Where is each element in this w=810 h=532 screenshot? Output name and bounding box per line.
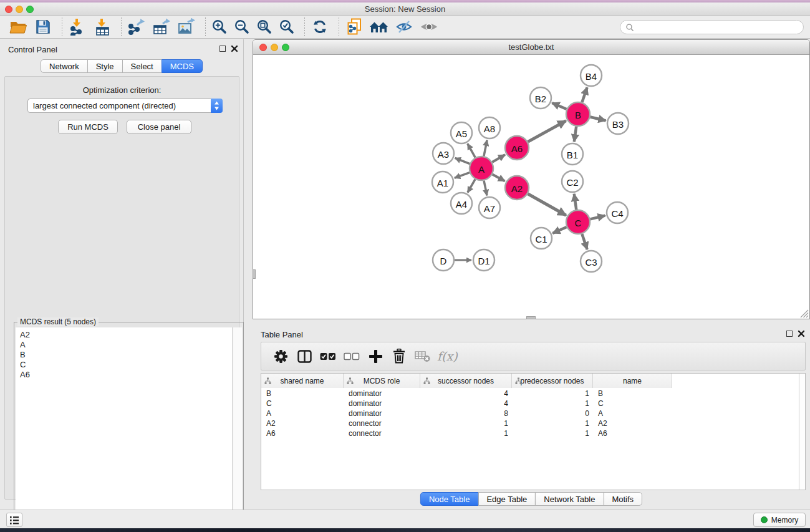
add-column-icon[interactable] (364, 346, 387, 367)
network-canvas[interactable]: B4B2BB3A8A5A6A3B1AA1C2A2A4A7C4CC1C3DD1 (253, 55, 809, 319)
result-list-scrollbar[interactable] (233, 327, 242, 531)
edge-B-B1[interactable] (574, 127, 576, 142)
edge-A-A6[interactable] (492, 155, 505, 162)
table-cell[interactable]: A6 (261, 428, 344, 438)
copy-network-icon[interactable] (344, 17, 365, 37)
tab-style[interactable]: Style (87, 59, 123, 73)
column-header-shared-name[interactable]: shared name (261, 374, 344, 388)
criterion-dropdown[interactable]: largest connected component (directed) (27, 99, 223, 113)
table-cell[interactable]: C (593, 399, 672, 409)
run-mcds-button[interactable]: Run MCDS (58, 120, 118, 134)
table-cell[interactable]: 4 (420, 399, 512, 409)
zoom-fit-icon[interactable] (255, 17, 274, 37)
task-history-button[interactable] (6, 513, 22, 527)
column-header-mcds-role[interactable]: MCDS role (344, 374, 420, 388)
export-network-icon[interactable] (126, 17, 147, 37)
edge-C-C2[interactable] (574, 194, 577, 210)
export-table-icon[interactable] (151, 17, 172, 37)
edge-B-B3[interactable] (590, 117, 605, 121)
edge-A-A8[interactable] (484, 140, 487, 157)
table-row[interactable]: Adominator80A (261, 409, 799, 418)
trash-icon[interactable] (387, 346, 411, 367)
node-table[interactable]: shared nameMCDS rolesuccessor nodesprede… (261, 373, 806, 490)
edge-A-A1[interactable] (455, 173, 470, 178)
list-item[interactable]: A (20, 340, 232, 350)
column-header-predecessor-nodes[interactable]: predecessor nodes (512, 374, 593, 388)
function-builder-icon[interactable]: f(x) (437, 349, 458, 363)
table-cell[interactable]: dominator (344, 409, 420, 418)
table-cell[interactable]: A2 (593, 418, 672, 428)
zoom-selected-icon[interactable] (277, 17, 296, 37)
list-item[interactable]: A6 (20, 370, 232, 380)
table-cell[interactable]: A2 (261, 418, 344, 428)
column-header-successor-nodes[interactable]: successor nodes (420, 374, 512, 388)
table-cell[interactable]: 4 (420, 389, 512, 399)
column-header-name[interactable]: name (593, 374, 672, 388)
edge-A-A7[interactable] (484, 181, 487, 196)
tab-edge-table[interactable]: Edge Table (478, 492, 536, 506)
table-cell[interactable]: 1 (512, 428, 593, 438)
list-item[interactable]: C (20, 360, 232, 370)
float-panel-icon[interactable] (219, 46, 226, 52)
open-folder-icon[interactable] (7, 17, 29, 37)
table-cell[interactable]: 8 (420, 409, 512, 418)
network-graph[interactable]: B4B2BB3A8A5A6A3B1AA1C2A2A4A7C4CC1C3DD1 (253, 55, 809, 317)
export-image-icon[interactable] (176, 17, 197, 37)
table-cell[interactable]: 0 (512, 409, 593, 418)
delete-table-icon[interactable] (411, 346, 435, 367)
zoom-out-icon[interactable] (233, 17, 251, 37)
float-panel-icon[interactable] (786, 331, 793, 337)
zoom-in-icon[interactable] (210, 17, 229, 37)
table-cell[interactable]: 1 (420, 428, 512, 438)
import-table-icon[interactable] (92, 17, 113, 37)
memory-button[interactable]: Memory (753, 513, 806, 527)
table-scrollbar[interactable] (799, 374, 805, 490)
table-cell[interactable]: 1 (512, 389, 593, 399)
table-cell[interactable]: dominator (344, 389, 420, 399)
import-network-icon[interactable] (67, 17, 88, 37)
tab-network-table[interactable]: Network Table (535, 492, 604, 506)
edge-C-C1[interactable] (552, 227, 566, 233)
list-item[interactable]: A2 (20, 330, 232, 340)
refresh-icon[interactable] (309, 17, 330, 37)
edge-A-A4[interactable] (468, 179, 475, 192)
resize-gripper-icon[interactable] (799, 309, 809, 318)
tab-mcds[interactable]: MCDS (162, 59, 203, 73)
edge-C-C4[interactable] (590, 216, 605, 220)
table-cell[interactable]: 1 (512, 418, 593, 428)
edge-A6-B[interactable] (528, 121, 566, 142)
edge-C-C3[interactable] (582, 234, 587, 249)
edge-B-B4[interactable] (582, 87, 587, 102)
table-row[interactable]: A2connector11A2 (261, 418, 799, 428)
table-cell[interactable]: connector (344, 418, 420, 428)
home-icon[interactable] (369, 17, 390, 37)
table-row[interactable]: Bdominator41B (261, 389, 799, 399)
edge-A-A3[interactable] (455, 158, 470, 163)
select-all-checkboxes-icon[interactable] (316, 346, 340, 367)
eye-slash-icon[interactable] (393, 17, 415, 37)
edge-A-A2[interactable] (493, 175, 505, 181)
gear-icon[interactable] (269, 346, 292, 367)
table-cell[interactable]: A (261, 409, 344, 418)
table-cell[interactable]: C (261, 399, 344, 409)
tab-node-table[interactable]: Node Table (420, 492, 479, 506)
table-row[interactable]: A6connector11A6 (261, 428, 799, 438)
table-cell[interactable]: B (261, 389, 344, 399)
tab-select[interactable]: Select (122, 59, 162, 73)
search-field[interactable] (620, 20, 804, 34)
edge-A-A5[interactable] (468, 143, 475, 157)
eye-icon[interactable] (418, 17, 440, 37)
close-panel-button[interactable]: Close panel (127, 120, 191, 134)
table-cell[interactable]: 1 (420, 418, 512, 428)
tab-motifs[interactable]: Motifs (603, 492, 642, 506)
edge-A2-C[interactable] (528, 194, 566, 215)
table-cell[interactable]: B (593, 389, 672, 399)
table-cell[interactable]: A6 (593, 428, 672, 438)
deselect-all-checkboxes-icon[interactable] (340, 346, 364, 367)
table-row[interactable]: Cdominator41C (261, 399, 799, 409)
list-item[interactable]: B (20, 350, 232, 360)
table-cell[interactable]: dominator (344, 399, 420, 409)
save-icon[interactable] (32, 17, 54, 37)
search-input[interactable] (634, 22, 803, 33)
table-cell[interactable]: A (593, 409, 672, 418)
